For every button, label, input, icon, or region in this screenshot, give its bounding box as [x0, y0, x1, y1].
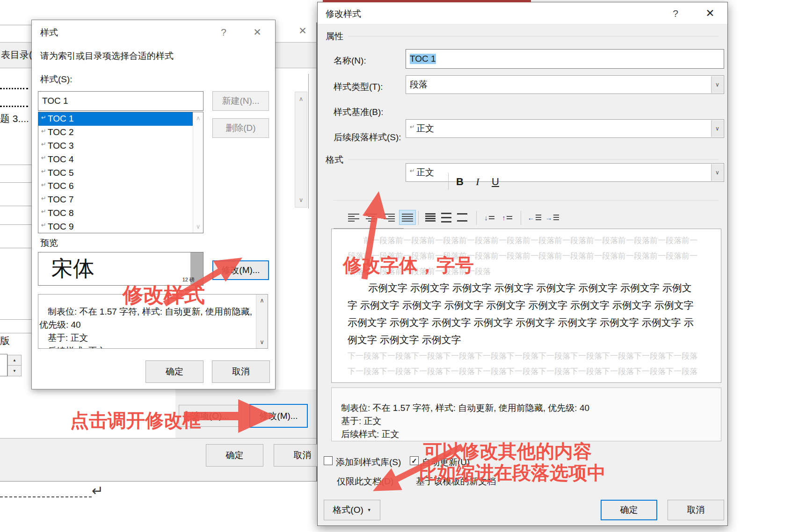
indent-lines-icon: [553, 215, 559, 220]
based-on-select[interactable]: ↵ 正文 ∨: [406, 119, 724, 138]
cancel-button[interactable]: 取消: [668, 500, 724, 520]
chevron-down-icon[interactable]: ∨: [711, 120, 723, 137]
list-item[interactable]: ↵TOC 8: [38, 207, 203, 220]
new-style-button[interactable]: 新建(N)...: [212, 91, 269, 111]
list-item-label: TOC 1: [48, 114, 74, 124]
auto-update-checkbox[interactable]: ✓: [410, 456, 419, 465]
bg-fragment-text: 版: [0, 334, 10, 347]
align-center-button[interactable]: [363, 210, 379, 225]
bg-number-field[interactable]: [0, 354, 7, 376]
style-name-value: TOC 1: [42, 96, 68, 106]
ok-button[interactable]: 确定: [601, 500, 657, 520]
list-item[interactable]: ↵TOC 9: [38, 220, 203, 233]
help-icon[interactable]: ?: [668, 8, 683, 19]
list-item[interactable]: ↵TOC 1: [38, 112, 203, 126]
line-spacing-1-5-button[interactable]: [439, 210, 454, 225]
annotation-modify-style: 修改样式: [123, 281, 205, 309]
decrease-paragraph-spacing-button[interactable]: ↓: [481, 210, 497, 225]
line-spacing-single-button[interactable]: [423, 210, 438, 225]
toolbar-separator: [521, 211, 521, 225]
decrease-indent-button[interactable]: ←: [526, 210, 542, 225]
list-item[interactable]: ↵TOC 3: [38, 139, 203, 153]
spinner-up-icon[interactable]: ▲: [7, 355, 22, 366]
list-item[interactable]: ↵TOC 7: [38, 193, 203, 207]
scroll-up-icon[interactable]: ∧: [295, 92, 307, 106]
section-divider: [348, 36, 719, 36]
line-spacing-double-icon: [457, 213, 467, 222]
style-name-input[interactable]: TOC 1: [38, 91, 203, 111]
return-mark: ↵: [41, 114, 46, 121]
bg-ok-button[interactable]: 确定: [206, 444, 263, 467]
style-list[interactable]: ↵TOC 1 ↵TOC 2 ↵TOC 3 ↵TOC 4 ↵TOC 5 ↵TOC …: [38, 112, 203, 233]
style-type-select[interactable]: 段落 ∨: [406, 75, 724, 94]
number-stepper[interactable]: ▲ ▼: [7, 355, 22, 376]
list-item[interactable]: ↵TOC 6: [38, 180, 203, 193]
return-mark: ↵: [41, 208, 46, 215]
toolbar-divider: [334, 200, 719, 201]
spacing-lines-icon: [507, 216, 512, 219]
ok-button[interactable]: 确定: [145, 360, 203, 383]
return-mark: ↵: [41, 141, 46, 148]
bg-toc-entry: 题 3....: [0, 112, 31, 125]
annotation-modify-font: 修改字体，字号: [343, 252, 474, 278]
style-description-box: 制表位: 不在 1.57 字符, 样式: 自动更新, 使用前隐藏, 优先级: 4…: [331, 388, 721, 441]
delete-style-button[interactable]: 删除(D): [212, 118, 269, 138]
align-center-icon: [366, 214, 377, 222]
chevron-down-icon[interactable]: ∨: [711, 164, 723, 181]
add-to-gallery-checkbox[interactable]: [324, 456, 333, 465]
style-preview-box: 前一段落前一段落前一段落前一段落前一段落前一段落前一段落前一段落前一段落前一段落…: [331, 229, 721, 383]
scroll-up-icon[interactable]: ∧: [193, 112, 203, 124]
based-on-value: 正文: [416, 122, 434, 135]
list-item[interactable]: ↵TOC 5: [38, 166, 203, 180]
return-mark: ↵: [41, 128, 46, 135]
description-line: 优先级: 40: [39, 319, 81, 331]
line-spacing-double-button[interactable]: [455, 210, 470, 225]
dialog-title: 样式: [40, 27, 58, 39]
underline-button[interactable]: U: [487, 173, 503, 190]
description-line: 制表位: 不在 1.57 字符, 样式: 自动更新, 使用前隐藏, 优先级: 4…: [341, 402, 589, 414]
scroll-down-icon[interactable]: ∨: [256, 336, 268, 348]
scroll-down-icon[interactable]: ∨: [193, 221, 203, 233]
align-justify-button[interactable]: [399, 210, 416, 225]
check-icon: ✓: [411, 457, 417, 465]
help-icon[interactable]: ?: [217, 27, 231, 38]
name-input[interactable]: TOC 1: [406, 49, 724, 69]
increase-indent-button[interactable]: →: [544, 210, 560, 225]
modify-button[interactable]: 修改(M)...: [212, 260, 269, 280]
bg-tab-band-left: 表目录(F: [0, 42, 31, 68]
format-menu-label: 格式(O): [333, 504, 363, 516]
align-left-button[interactable]: [346, 210, 362, 225]
section-divider: [348, 159, 719, 160]
italic-button[interactable]: I: [470, 173, 486, 190]
bg-tab-table-of-figures[interactable]: 表目录(F: [1, 49, 31, 61]
bg-toc-dot-leader: [0, 106, 28, 107]
format-menu-button[interactable]: 格式(O) ▼: [324, 500, 380, 520]
cancel-button[interactable]: 取消: [212, 360, 270, 383]
chevron-down-icon[interactable]: ∨: [711, 76, 723, 93]
following-style-value: 正文: [416, 166, 434, 179]
top-red-strip: [323, 0, 531, 2]
list-item[interactable]: ↵TOC 2: [38, 126, 203, 139]
return-mark: ↵: [410, 123, 415, 130]
bg-close-icon[interactable]: ✕: [295, 25, 311, 36]
description-scrollbar[interactable]: ∧ ∨: [256, 295, 268, 348]
align-right-button[interactable]: [381, 210, 397, 225]
scroll-up-icon[interactable]: ∧: [256, 295, 268, 307]
bg-scrollbar[interactable]: ∧ ∨: [295, 92, 307, 208]
line-spacing-single-icon: [425, 213, 436, 222]
list-scrollbar[interactable]: ∧ ∨: [193, 112, 203, 233]
close-icon[interactable]: ✕: [250, 27, 264, 38]
bg-modify-button[interactable]: 修改(M)...: [249, 404, 308, 428]
increase-paragraph-spacing-button[interactable]: ↑: [499, 210, 515, 225]
list-item-label: TOC 4: [48, 154, 74, 165]
scroll-down-icon[interactable]: ∨: [295, 193, 307, 207]
list-item-label: TOC 7: [48, 194, 74, 205]
bg-divider: [0, 224, 31, 225]
list-item[interactable]: ↵TOC 4: [38, 152, 203, 166]
description-line: 基于: 正文: [341, 415, 382, 427]
list-item-label: TOC 3: [48, 141, 74, 151]
close-icon[interactable]: ✕: [702, 7, 718, 20]
spinner-down-icon[interactable]: ▼: [7, 366, 22, 376]
screenshot-canvas: ✕ 表目录(F 题 3.... 版 ▲ ▼ ∧ ∨ 选项(O)... 修改(M)…: [0, 0, 799, 532]
bold-button[interactable]: B: [452, 173, 468, 190]
